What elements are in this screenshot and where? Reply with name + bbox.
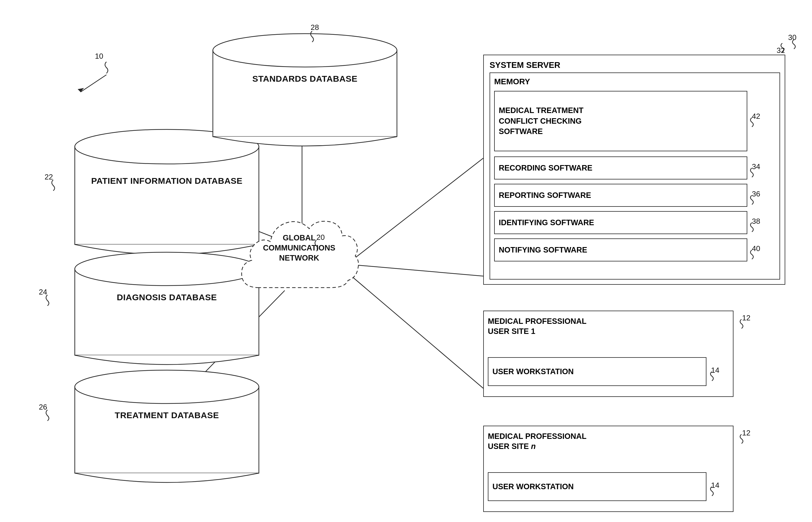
ref-28: 28 bbox=[311, 23, 319, 32]
ref-10-squiggle bbox=[98, 60, 115, 75]
ref-12-1-squiggle bbox=[736, 319, 748, 329]
ref-42-squiggle bbox=[747, 118, 758, 128]
svg-point-12 bbox=[75, 252, 259, 286]
notifying-software-box: NOTIFYING SOFTWARE bbox=[494, 238, 747, 261]
ref-34-squiggle bbox=[747, 168, 758, 178]
standards-db-svg bbox=[207, 29, 403, 161]
diagnosis-db: DIAGNOSIS DATABASE bbox=[69, 247, 265, 380]
mtccs-box: MEDICAL TREATMENTCONFLICT CHECKINGSOFTWA… bbox=[494, 91, 747, 151]
ref-36-squiggle bbox=[747, 195, 758, 205]
ref-38-squiggle bbox=[747, 223, 758, 233]
diagram-container: 10 PATIENT INFORMATION DATABASE 22 DIAGN… bbox=[0, 0, 812, 522]
memory-box: MEMORY MEDICAL TREATMENTCONFLICT CHECKIN… bbox=[490, 73, 780, 280]
user-ws-1-box: USER WORKSTATION bbox=[488, 357, 707, 386]
system-server-outer: SYSTEM SERVER MEMORY MEDICAL TREATMENTCO… bbox=[483, 55, 785, 285]
svg-line-8 bbox=[348, 273, 483, 388]
system-server-title: SYSTEM SERVER bbox=[490, 60, 560, 70]
svg-line-7 bbox=[351, 265, 483, 276]
svg-point-14 bbox=[75, 370, 259, 403]
reporting-software-box: REPORTING SOFTWARE bbox=[494, 184, 747, 207]
identifying-software-box: IDENTIFYING SOFTWARE bbox=[494, 211, 747, 234]
ref-26-squiggle bbox=[40, 410, 55, 421]
user-site-n-label: MEDICAL PROFESSIONALUSER SITE n bbox=[488, 431, 587, 451]
user-site-n-outer: MEDICAL PROFESSIONALUSER SITE n USER WOR… bbox=[483, 426, 733, 512]
diagnosis-db-svg bbox=[69, 247, 265, 380]
ref-12-n-squiggle bbox=[736, 434, 748, 444]
ref-14-n-squiggle bbox=[707, 487, 718, 497]
ref-20-squiggle bbox=[309, 240, 324, 252]
memory-label: MEMORY bbox=[494, 77, 530, 86]
ref-32-squiggle bbox=[788, 40, 803, 50]
treatment-db: TREATMENT DATABASE bbox=[69, 365, 265, 498]
standards-db: STANDARDS DATABASE bbox=[207, 29, 403, 161]
ref-24-squiggle bbox=[40, 295, 55, 306]
ref-10: 10 bbox=[95, 52, 103, 61]
global-network: GLOBALCOMMUNICATIONSNETWORK bbox=[236, 207, 362, 299]
svg-line-6 bbox=[354, 158, 483, 259]
ref-40-squiggle bbox=[747, 250, 758, 260]
treatment-db-svg bbox=[69, 365, 265, 498]
user-site-1-label: MEDICAL PROFESSIONALUSER SITE 1 bbox=[488, 316, 587, 337]
ref-22-squiggle bbox=[46, 180, 60, 191]
user-ws-n-box: USER WORKSTATION bbox=[488, 472, 707, 501]
user-site-1-outer: MEDICAL PROFESSIONALUSER SITE 1 USER WOR… bbox=[483, 310, 733, 397]
recording-software-box: RECORDING SOFTWARE bbox=[494, 157, 747, 179]
ref-14-1-squiggle bbox=[707, 372, 718, 382]
cloud-svg bbox=[236, 207, 362, 299]
svg-marker-1 bbox=[78, 88, 84, 92]
svg-line-0 bbox=[81, 75, 106, 92]
ref-28-squiggle bbox=[305, 31, 319, 43]
